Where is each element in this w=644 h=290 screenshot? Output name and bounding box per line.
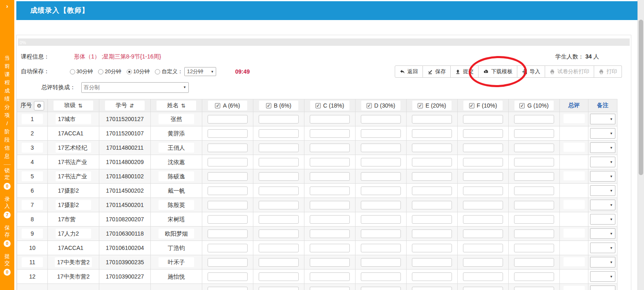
score-input[interactable] [259, 115, 299, 124]
column-settings-button[interactable]: ⚙ [34, 101, 44, 110]
score-input[interactable] [514, 229, 554, 238]
score-input[interactable] [514, 144, 554, 152]
score-column-checkbox[interactable]: ✓ [315, 103, 321, 108]
remark-select[interactable]: ▼ [590, 157, 615, 167]
score-input[interactable] [361, 187, 401, 195]
autosave-radio[interactable]: 30分钟 [70, 68, 93, 75]
score-input[interactable] [310, 244, 350, 252]
score-input[interactable] [463, 244, 503, 252]
score-input[interactable] [310, 144, 350, 152]
save-button[interactable]: 保存 [423, 65, 451, 78]
score-input[interactable] [463, 115, 503, 124]
score-input[interactable] [514, 287, 554, 290]
score-input[interactable] [259, 244, 299, 252]
sidebar-expand-icon[interactable]: › [0, 2, 14, 9]
score-input[interactable] [208, 187, 248, 195]
score-input[interactable] [361, 144, 401, 152]
score-input[interactable] [412, 244, 452, 252]
remark-select[interactable]: ▼ [590, 228, 615, 239]
score-input[interactable] [514, 201, 554, 209]
autosave-radio[interactable]: 10分钟 [127, 68, 150, 75]
sort-alpha-icon[interactable]: ⇅ [181, 103, 186, 109]
score-input[interactable] [463, 201, 503, 209]
score-input[interactable] [208, 158, 248, 166]
score-input[interactable] [310, 129, 350, 138]
score-input[interactable] [514, 115, 554, 124]
score-input[interactable] [361, 158, 401, 166]
score-input[interactable] [463, 144, 503, 152]
back-button[interactable]: 返回 [395, 65, 423, 78]
score-input[interactable] [310, 158, 350, 166]
score-input[interactable] [514, 272, 554, 281]
score-input[interactable] [208, 172, 248, 181]
score-column-checkbox[interactable]: ✓ [519, 103, 525, 108]
scrollbar[interactable] [637, 0, 644, 290]
import-button[interactable]: 导入 [517, 65, 545, 78]
score-input[interactable] [259, 201, 299, 209]
remark-select[interactable]: ▼ [590, 200, 615, 210]
score-input[interactable] [463, 129, 503, 138]
autosave-radio[interactable]: 自定义： [155, 68, 183, 75]
sort-numeric-icon[interactable]: ⇵ [130, 103, 134, 109]
score-input[interactable] [412, 158, 452, 166]
score-input[interactable] [412, 215, 452, 224]
remark-select[interactable]: ▼ [590, 171, 615, 182]
score-input[interactable] [463, 215, 503, 224]
score-input[interactable] [412, 229, 452, 238]
submit-button[interactable]: 提交 [451, 65, 479, 78]
score-input[interactable] [208, 144, 248, 152]
remark-select[interactable]: ▼ [590, 142, 615, 153]
score-input[interactable] [361, 115, 401, 124]
scrollbar-thumb[interactable] [639, 20, 643, 175]
score-input[interactable] [208, 215, 248, 224]
sort-alpha-icon[interactable]: ⇅ [78, 103, 83, 109]
score-input[interactable] [208, 115, 248, 124]
remark-select[interactable]: ▼ [590, 214, 615, 225]
score-input[interactable] [310, 115, 350, 124]
score-input[interactable] [259, 158, 299, 166]
score-input[interactable] [310, 201, 350, 209]
score-input[interactable] [361, 244, 401, 252]
remark-select[interactable]: ▼ [590, 271, 615, 282]
score-input[interactable] [259, 187, 299, 195]
download-template-button[interactable]: 下载模板 [479, 65, 517, 78]
score-input[interactable] [259, 172, 299, 181]
score-input[interactable] [310, 172, 350, 181]
score-input[interactable] [208, 129, 248, 138]
score-input[interactable] [361, 272, 401, 281]
score-input[interactable] [514, 172, 554, 181]
score-input[interactable] [310, 287, 350, 290]
score-input[interactable] [310, 229, 350, 238]
score-input[interactable] [310, 258, 350, 267]
score-input[interactable] [208, 258, 248, 267]
score-input[interactable] [463, 258, 503, 267]
score-input[interactable] [412, 287, 452, 290]
score-input[interactable] [208, 287, 248, 290]
score-input[interactable] [514, 215, 554, 224]
score-input[interactable] [259, 229, 299, 238]
score-input[interactable] [361, 287, 401, 290]
score-input[interactable] [514, 244, 554, 252]
score-column-checkbox[interactable]: ✓ [367, 103, 372, 108]
score-input[interactable] [208, 272, 248, 281]
score-input[interactable] [412, 144, 452, 152]
score-input[interactable] [259, 144, 299, 152]
score-input[interactable] [514, 258, 554, 267]
score-input[interactable] [259, 215, 299, 224]
score-input[interactable] [361, 201, 401, 209]
score-column-checkbox[interactable]: ✓ [469, 103, 474, 108]
remark-select[interactable]: ▼ [590, 286, 615, 290]
score-input[interactable] [412, 129, 452, 138]
remark-select[interactable]: ▼ [590, 243, 615, 253]
score-input[interactable] [463, 172, 503, 181]
score-input[interactable] [412, 201, 452, 209]
score-input[interactable] [259, 258, 299, 267]
score-input[interactable] [463, 187, 503, 195]
remark-select[interactable]: ▼ [590, 114, 615, 124]
score-input[interactable] [361, 229, 401, 238]
score-input[interactable] [361, 129, 401, 138]
score-input[interactable] [259, 129, 299, 138]
score-input[interactable] [361, 172, 401, 181]
score-input[interactable] [208, 201, 248, 209]
score-input[interactable] [259, 272, 299, 281]
